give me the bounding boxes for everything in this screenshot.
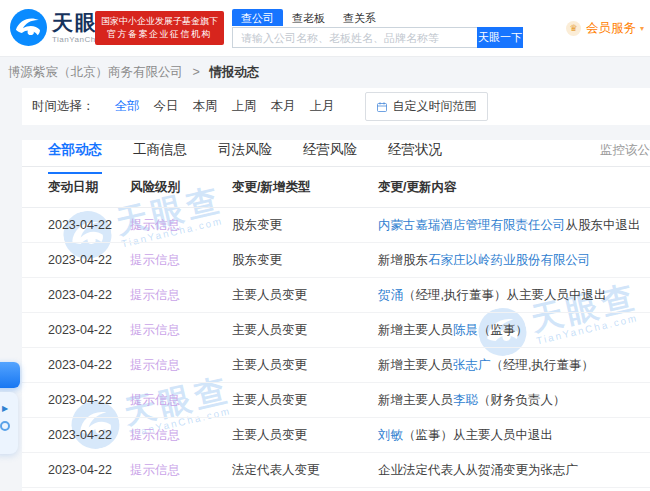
detail-tabs: 全部动态工商信息司法风险经营风险经营状况监控该公司 (22, 140, 650, 167)
search-tab[interactable]: 查关系 (334, 9, 385, 26)
detail-tab[interactable]: 工商信息 (133, 140, 187, 166)
table-row: 2023-04-22提示信息股东变更内蒙古嘉瑞酒店管理有限责任公司从股东中退出 (22, 208, 650, 243)
content-text: （经理,执行董事）从主要人员中退出 (403, 288, 606, 302)
change-type: 主要人员变更 (232, 322, 378, 339)
detail-card: 天眼查 TianYanCha.com 天眼查 TianYanCha.com 天眼… (22, 140, 650, 491)
change-type: 股东变更 (232, 217, 378, 234)
entity-link[interactable]: 贺涌 (378, 288, 403, 302)
entity-link[interactable]: 张志广 (453, 358, 491, 372)
table-row: 2023-04-22提示信息主要人员变更新增主要人员陈晨（监事） (22, 313, 650, 348)
content-text: （监事）从主要人员中退出 (403, 428, 553, 442)
detail-tab[interactable]: 经营风险 (303, 140, 357, 166)
search-type-tabs: 查公司查老板查关系 (232, 9, 523, 26)
time-filter-label: 时间选择： (32, 98, 95, 115)
time-option[interactable]: 本月 (271, 98, 296, 115)
table-row: 2023-04-22提示信息法定代表人变更企业法定代表人从贺涌变更为张志广 (22, 453, 650, 488)
change-content: 新增主要人员陈晨（监事） (378, 322, 650, 339)
header-cell-content: 变更/更新内容 (378, 179, 650, 196)
content-text: 从股东中退出 (566, 218, 641, 232)
risk-level-label: 提示信息 (130, 218, 180, 232)
floating-widget: ▶ (0, 362, 20, 454)
time-option[interactable]: 上月 (310, 98, 335, 115)
time-option[interactable]: 今日 (154, 98, 179, 115)
calendar-icon (376, 101, 388, 113)
detail-tab[interactable]: 经营状况 (388, 140, 442, 166)
content-text: （监事） (478, 323, 528, 337)
change-type: 主要人员变更 (232, 392, 378, 409)
search-area: 查公司查老板查关系 天眼一下 (232, 9, 523, 48)
member-label[interactable]: 会员服务 (586, 20, 636, 37)
time-option[interactable]: 本周 (193, 98, 218, 115)
crown-icon: ♛ (566, 21, 581, 36)
time-option[interactable]: 上周 (232, 98, 257, 115)
change-content: 新增主要人员李聪（财务负责人） (378, 392, 650, 409)
breadcrumb-company[interactable]: 博源紫宸（北京）商务有限公司 (8, 65, 183, 79)
change-date: 2023-04-22 (48, 428, 130, 442)
badge-line2: 官方备案企业征信机构 (101, 28, 218, 41)
change-date: 2023-04-22 (48, 218, 130, 232)
entity-link[interactable]: 李聪 (453, 393, 478, 407)
breadcrumb: 博源紫宸（北京）商务有限公司 > 情报动态 (8, 57, 259, 88)
change-type: 主要人员变更 (232, 287, 378, 304)
search-input[interactable] (232, 27, 477, 48)
change-content: 企业法定代表人从贺涌变更为张志广 (378, 462, 650, 479)
floating-widget-button[interactable] (0, 362, 20, 388)
change-type: 法定代表人变更 (232, 462, 378, 479)
change-content: 贺涌（经理,执行董事）从主要人员中退出 (378, 287, 650, 304)
certification-badge: 国家中小企业发展子基金旗下 官方备案企业征信机构 (95, 11, 224, 45)
table-row: 2023-04-22提示信息主要人员变更新增主要人员李聪（财务负责人） (22, 383, 650, 418)
content-text: （经理,执行董事） (491, 358, 594, 372)
entity-link[interactable]: 石家庄以岭药业股份有限公司 (428, 253, 591, 267)
change-type: 股东变更 (232, 252, 378, 269)
content-text: 新增主要人员 (378, 358, 453, 372)
change-content: 刘敏（监事）从主要人员中退出 (378, 427, 650, 444)
change-date: 2023-04-22 (48, 323, 130, 337)
header-cell-risk: 风险级别 (130, 179, 232, 196)
entity-link[interactable]: 内蒙古嘉瑞酒店管理有限责任公司 (378, 218, 566, 232)
content-text: （财务负责人） (478, 393, 566, 407)
content-text: 新增主要人员 (378, 323, 453, 337)
monitor-button[interactable]: 监控该公司 (600, 142, 650, 159)
risk-level-label: 提示信息 (130, 463, 180, 477)
content-text: 企业法定代表人从贺涌变更为张志广 (378, 463, 578, 477)
custom-range-button[interactable]: 自定义时间范围 (365, 92, 488, 121)
risk-table: 变动日期 风险级别 变更/新增类型 变更/更新内容 2023-04-22提示信息… (22, 167, 650, 488)
member-service[interactable]: ♛ 会员服务 ▾ 首 (566, 20, 650, 37)
table-row: 2023-04-22提示信息股东变更新增股东石家庄以岭药业股份有限公司 (22, 243, 650, 278)
change-type: 主要人员变更 (232, 357, 378, 374)
content-text: 新增股东 (378, 253, 428, 267)
risk-level-label: 提示信息 (130, 253, 180, 267)
table-header: 变动日期 风险级别 变更/新增类型 变更/更新内容 (22, 167, 650, 208)
table-row: 2023-04-22提示信息主要人员变更刘敏（监事）从主要人员中退出 (22, 418, 650, 453)
risk-level-label: 提示信息 (130, 428, 180, 442)
detail-tab[interactable]: 司法风险 (218, 140, 272, 166)
risk-level-label: 提示信息 (130, 288, 180, 302)
detail-tab[interactable]: 全部动态 (48, 140, 102, 166)
breadcrumb-separator: > (192, 65, 199, 79)
play-icon[interactable]: ▶ (2, 404, 8, 413)
change-content: 新增股东石家庄以岭药业股份有限公司 (378, 252, 650, 269)
risk-level-label: 提示信息 (130, 358, 180, 372)
eye-logo-icon (10, 9, 47, 46)
table-row: 2023-04-22提示信息主要人员变更新增主要人员张志广（经理,执行董事） (22, 348, 650, 383)
table-row: 2023-04-22提示信息主要人员变更贺涌（经理,执行董事）从主要人员中退出 (22, 278, 650, 313)
time-option[interactable]: 全部 (115, 98, 140, 115)
change-date: 2023-04-22 (48, 393, 130, 407)
change-date: 2023-04-22 (48, 358, 130, 372)
change-date: 2023-04-22 (48, 288, 130, 302)
entity-link[interactable]: 刘敏 (378, 428, 403, 442)
change-content: 内蒙古嘉瑞酒店管理有限责任公司从股东中退出 (378, 217, 650, 234)
breadcrumb-current: 情报动态 (209, 65, 259, 79)
header-cell-date: 变动日期 (48, 179, 130, 196)
change-date: 2023-04-22 (48, 463, 130, 477)
entity-link[interactable]: 陈晨 (453, 323, 478, 337)
search-tab[interactable]: 查老板 (283, 9, 334, 26)
search-tab[interactable]: 查公司 (232, 9, 283, 26)
floating-widget-card[interactable]: ▶ (0, 392, 18, 454)
ring-icon[interactable] (0, 421, 10, 431)
search-button[interactable]: 天眼一下 (477, 27, 523, 48)
table-body: 2023-04-22提示信息股东变更内蒙古嘉瑞酒店管理有限责任公司从股东中退出2… (22, 208, 650, 488)
risk-level-label: 提示信息 (130, 393, 180, 407)
caret-down-icon: ▾ (640, 24, 644, 33)
header: 天眼查 TianYanCha.com 国家中小企业发展子基金旗下 官方备案企业征… (0, 0, 650, 57)
